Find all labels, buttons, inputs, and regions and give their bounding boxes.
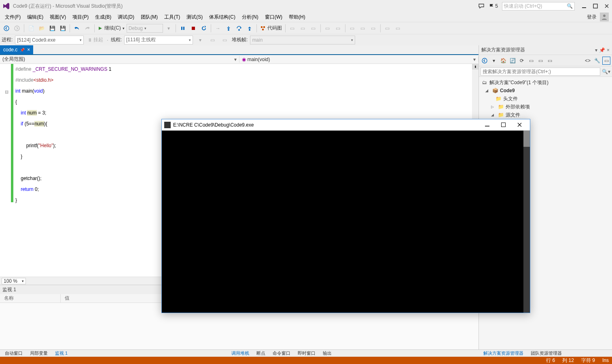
member-combo[interactable]: ◉main(void)▾ [239,57,479,62]
tb-icon-10[interactable]: ▭ [393,23,403,33]
process-combo[interactable]: [5124] Code9.exe▾ [15,36,84,44]
back-button[interactable] [2,23,11,33]
step-into-button[interactable] [224,23,233,33]
tb-icon-6[interactable]: ▭ [347,23,357,33]
chevron-down-icon[interactable]: ◢ [491,113,496,117]
btab-output[interactable]: 输出 [320,350,335,357]
tb-icon-7[interactable]: ▭ [358,23,368,33]
menu-architecture[interactable]: 体系结构(C) [206,13,239,22]
thread-combo[interactable]: [1116] 主线程▾ [124,36,193,44]
tree-project[interactable]: ◢📦Code9 [479,87,612,95]
step-out-button[interactable] [245,23,254,33]
new-button[interactable]: 📄 [26,23,36,33]
menu-build[interactable]: 生成(B) [92,13,114,22]
menu-tools[interactable]: 工具(T) [161,13,183,22]
config-combo[interactable]: Debug▾ [127,24,163,33]
menu-view[interactable]: 视图(V) [47,13,69,22]
menu-debug[interactable]: 调试(D) [114,13,138,22]
chevron-down-icon[interactable]: ◢ [485,89,490,93]
tree-headers[interactable]: 📁头文件 [479,95,612,103]
sln-back-icon[interactable] [481,57,489,65]
sln-collapse-icon[interactable]: ▭ [527,57,535,65]
console-scrollbar[interactable] [523,131,530,313]
tree-sources[interactable]: ◢📁源文件 [479,111,612,119]
break-all-button[interactable] [178,23,188,33]
menu-test[interactable]: 测试(S) [183,13,206,22]
tab-code-c[interactable]: code.c 📌 × [0,45,33,54]
btab-locals[interactable]: 局部变量 [27,350,51,357]
tab-close-icon[interactable]: × [27,47,30,53]
code-content[interactable]: #define _CRT_SECURE_NO_WARNINGS 1 #inclu… [15,64,111,206]
chevron-right-icon[interactable]: ▷ [491,105,496,109]
maximize-button[interactable] [593,3,598,9]
console-close-button[interactable] [511,120,527,130]
code-gutter[interactable]: ⊟ [0,64,11,277]
btab-watch1[interactable]: 监视 1 [52,350,71,357]
panel-pin-icon[interactable]: 📌 [599,47,605,53]
tb-icon-5[interactable]: ▭ [333,23,343,33]
step-over-button[interactable] [234,23,244,33]
avatar-icon[interactable] [600,13,609,21]
panel-close-icon[interactable]: × [607,47,610,53]
tb-icon-3[interactable]: ▭ [309,23,318,33]
btab-breakpoints[interactable]: 断点 [253,350,269,357]
tree-external[interactable]: ▷📁外部依赖项 [479,103,612,111]
menu-window[interactable]: 窗口(W) [262,13,286,22]
search-icon[interactable]: 🔍▾ [602,69,610,74]
thread-icon-1[interactable]: ▾ [195,35,205,45]
console-body[interactable] [162,131,530,313]
sln-refresh-icon[interactable]: ⟳ [518,57,526,65]
minimize-button[interactable] [581,3,587,9]
panel-dropdown-icon[interactable]: ▾ [595,47,597,53]
tb-icon-8[interactable]: ▭ [368,23,378,33]
sln-view-code-icon[interactable]: <> [584,57,592,65]
pin-icon[interactable]: 📌 [20,48,25,52]
thread-icon-3[interactable]: ▭ [220,35,229,45]
stackframe-combo[interactable]: main▾ [250,36,355,44]
codemap-button[interactable]: 代码图 [259,23,283,33]
split-icon[interactable]: ⬍ [472,64,479,70]
stop-button[interactable] [188,23,198,33]
menu-analyze[interactable]: 分析(N) [239,13,262,22]
console-scroll-thumb[interactable] [523,131,530,147]
restart-button[interactable] [199,23,209,33]
zoom-combo[interactable]: 100 %▾ [2,278,26,284]
undo-button[interactable] [72,23,82,33]
save-button[interactable]: 💾 [47,23,57,33]
suspend-button[interactable]: ⏸挂起 [86,35,104,45]
btab-team-explorer[interactable]: 团队资源管理器 [527,350,565,357]
continue-button[interactable]: 继续(C)▾ [97,23,126,33]
notification-area[interactable]: 5 [478,3,498,9]
sln-wrench-icon[interactable]: 🔧 [593,57,601,65]
console-minimize-button[interactable] [479,120,495,130]
platform-combo[interactable]: ▾ [164,23,174,33]
btab-auto[interactable]: 自动窗口 [2,350,26,357]
btab-command[interactable]: 命令窗口 [269,350,294,357]
collapse-icon[interactable]: ⊟ [5,87,8,97]
forward-button[interactable] [12,23,22,33]
tb-icon-2[interactable]: ▭ [298,23,308,33]
login-link[interactable]: 登录 [587,14,597,21]
save-all-button[interactable]: 💾 [58,23,68,33]
show-next-button[interactable]: → [213,23,223,33]
console-maximize-button[interactable] [495,120,511,130]
redo-button[interactable] [83,23,92,33]
feedback-icon[interactable] [478,3,485,9]
thread-icon-2[interactable]: ▭ [208,35,217,45]
tb-icon-9[interactable]: ▭ [383,23,392,33]
sln-forward-icon[interactable]: ▾ [490,57,498,65]
sln-props-icon[interactable]: ▭ [546,57,554,65]
sln-toggle-icon[interactable]: ▭ [602,57,610,65]
tb-icon-1[interactable]: ▭ [288,23,297,33]
console-titlebar[interactable]: E:\NCRE C\Code9\Debug\Code9.exe [162,119,530,131]
sln-home-icon[interactable]: 🏠 [499,57,507,65]
sln-sync-icon[interactable]: 🔄 [508,57,517,65]
menu-team[interactable]: 团队(M) [138,13,161,22]
menu-edit[interactable]: 编辑(E) [24,13,47,22]
tb-icon-4[interactable]: ▭ [323,23,332,33]
solution-search-input[interactable] [481,68,600,76]
scope-combo[interactable]: (全局范围)▾ [0,56,239,63]
btab-callstack[interactable]: 调用堆栈 [228,350,252,357]
menu-help[interactable]: 帮助(H) [286,13,309,22]
menu-file[interactable]: 文件(F) [2,13,24,22]
